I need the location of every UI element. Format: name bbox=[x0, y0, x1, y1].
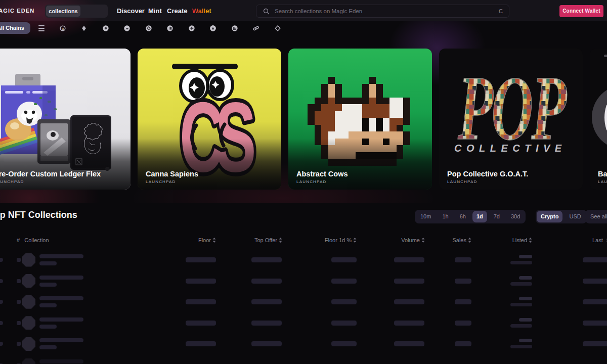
svg-text:₿: ₿ bbox=[62, 27, 64, 30]
svg-text:COLLECTIVE: COLLECTIVE bbox=[454, 143, 567, 154]
